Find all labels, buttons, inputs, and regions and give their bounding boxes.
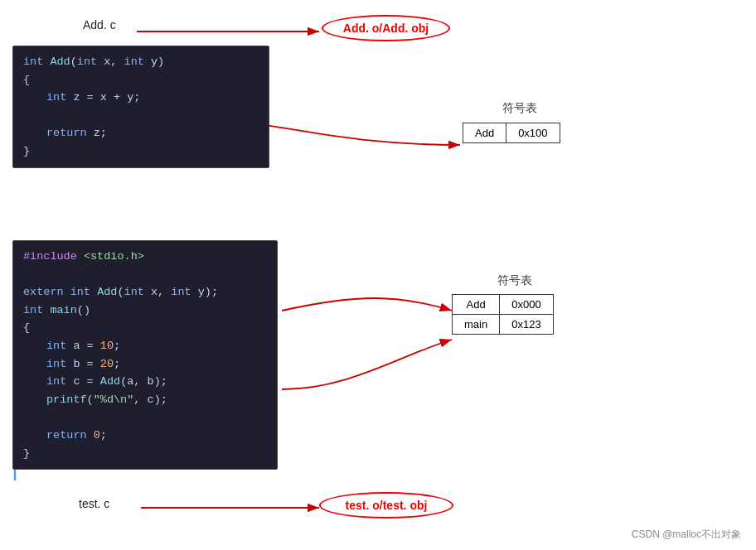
symbol-value: 0x100 <box>506 123 560 143</box>
symbol-name: Add <box>463 123 506 143</box>
symbol-name: Add <box>453 295 500 315</box>
code-line-3: int z = x + y; <box>23 89 259 107</box>
symbol-value: 0x000 <box>500 295 553 315</box>
code-line-b9: printf("%d\n", c); <box>23 391 267 409</box>
code-line-b1: #include <stdio.h> <box>23 248 267 266</box>
bottom-oval-label: test. o/test. obj <box>319 492 453 519</box>
code-line-1: int Add(int x, int y) <box>23 53 259 71</box>
code-line-b2 <box>23 266 267 284</box>
top-code-block: int Add(int x, int y) { int z = x + y; r… <box>12 46 269 168</box>
code-line-b5: { <box>23 319 267 337</box>
code-line-b6: int a = 10; <box>23 337 267 355</box>
table-row: main 0x123 <box>453 315 554 335</box>
code-line-5: return z; <box>23 124 259 142</box>
table-row: Add 0x000 <box>453 295 554 315</box>
code-line-b12: } <box>23 445 267 463</box>
code-line-b10 <box>23 408 267 427</box>
table-row: Add 0x100 <box>463 123 560 143</box>
bottom-symbol-table-title: 符号表 <box>497 273 532 288</box>
code-line-2: { <box>23 71 259 89</box>
watermark: CSDN @malloc不出对象 <box>632 528 741 542</box>
code-line-b4: int main() <box>23 302 267 320</box>
code-line-b3: extern int Add(int x, int y); <box>23 283 267 302</box>
code-line-b11: return 0; <box>23 427 267 445</box>
bottom-code-block: #include <stdio.h> extern int Add(int x,… <box>12 240 278 470</box>
symbol-name: main <box>453 315 500 335</box>
code-line-4 <box>23 107 259 125</box>
bottom-symbol-table: Add 0x000 main 0x123 <box>452 294 554 335</box>
code-line-b8: int c = Add(a, b); <box>23 373 267 391</box>
top-oval-label: Add. o/Add. obj <box>322 15 450 41</box>
top-file-label: Add. c <box>83 18 116 31</box>
code-line-6: } <box>23 142 259 161</box>
symbol-value: 0x123 <box>500 315 553 335</box>
page-container: Add. c int Add(int x, int y) { int z = x… <box>0 0 756 550</box>
top-symbol-table-title: 符号表 <box>502 101 537 116</box>
bottom-file-label: test. c <box>79 497 109 510</box>
top-symbol-table: Add 0x100 <box>463 123 560 143</box>
code-line-b7: int b = 20; <box>23 355 267 374</box>
